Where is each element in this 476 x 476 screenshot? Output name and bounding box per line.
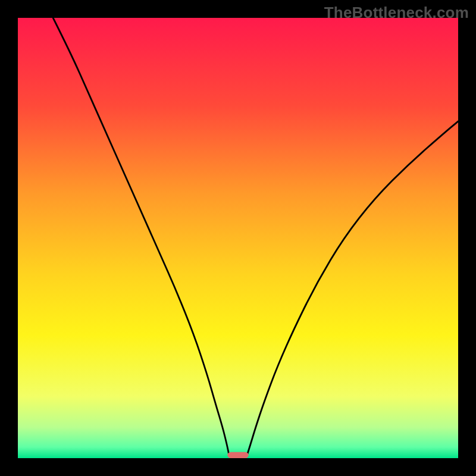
minimum-marker	[227, 452, 249, 458]
outer-frame: TheBottleneck.com	[0, 0, 476, 476]
bottleneck-chart	[18, 18, 458, 458]
